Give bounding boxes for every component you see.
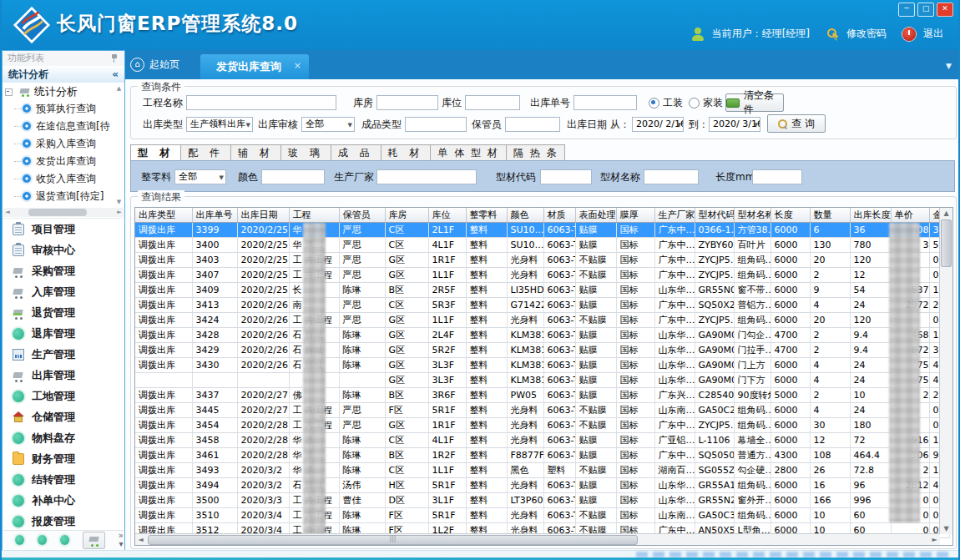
column-header[interactable]: 型材名称 [734, 208, 771, 223]
material-tab[interactable]: 玻 璃 [281, 144, 331, 162]
scroll-up-icon[interactable]: ▲ [940, 208, 952, 219]
sidebar-item-仓储管理[interactable]: 仓储管理 [3, 406, 124, 427]
column-header[interactable]: 膜厚 [616, 208, 654, 223]
sidebar-item-退货管理[interactable]: 退货管理 [3, 302, 124, 323]
table-row[interactable]: 调拨出库35102020/3/4工 共工程陈琳F区5R1F整料光身料6063-T… [135, 508, 949, 523]
clear-conditions-button[interactable]: 清空条件 [725, 93, 784, 112]
tab-home[interactable]: ⌂ 起始页 [130, 58, 179, 72]
sidebar-item-采购管理[interactable]: 采购管理 [3, 260, 124, 281]
table-row[interactable]: 调拨出库34932020/3/2华 原…陈琳C区1L1F整料黑色塑料不贴膜国标湖… [135, 463, 949, 478]
pin-icon[interactable] [111, 54, 118, 63]
more-modules-button[interactable]: »▾ [119, 532, 124, 548]
column-header[interactable]: 出库日期 [237, 208, 289, 223]
column-header[interactable]: 单价 [891, 208, 929, 223]
column-header[interactable]: 库位 [428, 208, 466, 223]
table-row[interactable]: 调拨出库34292020/2/26石 辉城陈琳G区5R2F整料KLM381760… [135, 343, 949, 358]
tab-close-icon[interactable]: × [294, 61, 301, 71]
table-row[interactable]: 调拨出库34132020/2/26南 …严思C区5R3F整料G714226063… [135, 298, 949, 313]
logout-link[interactable]: 退出 [923, 27, 943, 41]
material-tab[interactable]: 成 品 [331, 144, 381, 162]
sidebar-item-出库管理[interactable]: 出库管理 [3, 365, 124, 386]
sidebar-item-入库管理[interactable]: 入库管理 [3, 281, 124, 302]
table-row[interactable]: 调拨出库34582020/2/28华 原…陈琳C区4L1F整料光身料6063-T… [135, 433, 949, 448]
close-button[interactable]: ✕ [937, 3, 953, 17]
table-row[interactable]: 调拨出库34032020/2/25工 共工程严思G区1R1F整料光身料6063-… [135, 253, 949, 268]
minimize-button[interactable]: ─ [898, 3, 915, 17]
table-row[interactable]: 调拨出库34302020/2/26石 辉城陈琳G区3L3F整料KLM381760… [135, 358, 949, 373]
sidebar-item-工地管理[interactable]: 工地管理 [3, 386, 124, 406]
date-from-select[interactable]: 2020/ 2/16 [632, 117, 684, 132]
maximize-button[interactable]: □ [917, 3, 934, 17]
column-header[interactable]: 颜色 [507, 208, 543, 223]
column-header[interactable]: 出库单号 [192, 208, 237, 223]
material-tab[interactable]: 辅 材 [231, 144, 281, 162]
column-header[interactable]: 出库类型 [135, 208, 192, 223]
material-tab[interactable]: 配 件 [181, 144, 231, 162]
sidebar-item-退库管理[interactable]: 退库管理 [3, 323, 124, 344]
change-password-link[interactable]: 修改密码 [846, 27, 887, 41]
column-header[interactable]: 出库长度 [850, 208, 891, 223]
location-input[interactable] [465, 95, 520, 110]
length-input[interactable] [752, 169, 802, 184]
product-type-input[interactable] [405, 117, 467, 132]
scroll-down-icon[interactable]: ▼ [940, 523, 952, 534]
sidebar-item-报废管理[interactable]: 报废管理 [3, 511, 124, 530]
tree-root[interactable]: 统计分析 [3, 83, 124, 100]
radio-work[interactable]: 工装 [649, 96, 683, 110]
column-header[interactable]: 长度 [771, 208, 810, 223]
column-header[interactable]: 库房 [385, 208, 428, 223]
scroll-thumb[interactable] [148, 535, 638, 545]
tree-hscrollbar[interactable]: ◄ ► [3, 208, 124, 217]
grid-vscrollbar[interactable]: ▲ ▼ [939, 208, 952, 534]
date-to-select[interactable]: 2020/ 3/16 [709, 117, 760, 132]
column-header[interactable]: 数量 [810, 208, 850, 223]
out-type-select[interactable]: 生产领料出库 [186, 117, 253, 132]
table-row[interactable]: 调拨出库34092020/2/25长 …陈琳B区2R5F整料LI35HD6063… [135, 283, 949, 298]
tab-active[interactable]: 发货出库查询 × [200, 54, 309, 79]
tree-expander-icon[interactable] [5, 88, 13, 96]
table-row[interactable]: 调拨出库34372020/2/27佛 …陈琳B区3R6F整料PW056063-T… [135, 388, 949, 403]
tree-item[interactable]: 在途信息查询[待 [3, 118, 124, 135]
table-row[interactable]: 调拨出库34612020/2/28华 原…陈琳B区1R2F整料F8877FT60… [135, 448, 949, 463]
table-row[interactable]: 调拨出库34072020/2/25工 共工程严思G区1L1F整料光身料6063-… [135, 268, 949, 283]
tree-item[interactable]: 预算执行查询 [3, 100, 124, 118]
scroll-right-icon[interactable]: ► [115, 208, 124, 217]
table-row[interactable]: 调拨出库34452020/2/27工 共工程严思F区5R1F整料光身料6063-… [135, 403, 949, 418]
table-row[interactable]: 调拨出库34282020/2/26石 辉城陈琳G区2L4F整料KLM381760… [135, 328, 949, 343]
keeper-input[interactable] [505, 117, 560, 132]
audit-select[interactable]: 全部 [301, 117, 355, 132]
scroll-down-icon[interactable]: ▼ [114, 198, 124, 206]
sidebar-item-财务管理[interactable]: 财务管理 [3, 448, 124, 469]
order-no-input[interactable] [573, 95, 637, 110]
module-dot-icon[interactable] [38, 535, 47, 545]
scroll-left-icon[interactable]: ◄ [135, 534, 146, 545]
table-row[interactable]: G区3L3F整料KLM38176063-T5贴膜国标山东华…GA90M09.门下… [135, 373, 949, 388]
zhengling-select[interactable]: 全部 [174, 169, 226, 184]
tree-item[interactable]: 采购入库查询 [3, 135, 124, 153]
sidebar-item-审核中心[interactable]: 审核中心 [3, 240, 124, 260]
module-dot-icon[interactable] [60, 535, 69, 545]
collapse-icon[interactable]: « [112, 66, 119, 83]
sidebar-item-物料盘存[interactable]: 物料盘存 [3, 427, 124, 448]
tree-item[interactable]: 退货查询[待定] [3, 188, 124, 205]
table-row[interactable]: 调拨出库34942020/3/2石 辉城汤伟H区5R1F整料光身料6063-T5… [135, 478, 949, 493]
code-input[interactable] [540, 169, 592, 184]
material-tab[interactable]: 隔 热 条 [507, 144, 566, 162]
table-row[interactable]: 调拨出库34542020/2/28工 共工程严思G区1R1F整料光身料6063-… [135, 418, 949, 433]
table-row[interactable]: 调拨出库34242020/2/26工 共工程严思G区1L1F整料光身料6063-… [135, 313, 949, 328]
column-header[interactable]: 型材代码 [695, 208, 734, 223]
name-input[interactable] [644, 169, 699, 184]
scroll-thumb[interactable] [941, 219, 952, 267]
sidebar-item-补单中心[interactable]: 补单中心 [3, 490, 124, 511]
radio-home[interactable]: 家装 [689, 96, 723, 110]
module-dot-icon[interactable] [15, 535, 24, 545]
sidebar-item-项目管理[interactable]: 项目管理 [3, 219, 124, 240]
column-header[interactable]: 工程 [289, 208, 339, 223]
factory-input[interactable] [376, 169, 477, 184]
tree-item[interactable]: 收货入库查询 [3, 170, 124, 188]
sidebar-item-生产管理[interactable]: 生产管理 [3, 344, 124, 365]
material-tab[interactable]: 型 材 [130, 144, 181, 162]
sidebar-item-结转管理[interactable]: 结转管理 [3, 469, 124, 490]
color-input[interactable] [261, 169, 325, 184]
scroll-up-icon[interactable]: ▲ [114, 84, 124, 93]
